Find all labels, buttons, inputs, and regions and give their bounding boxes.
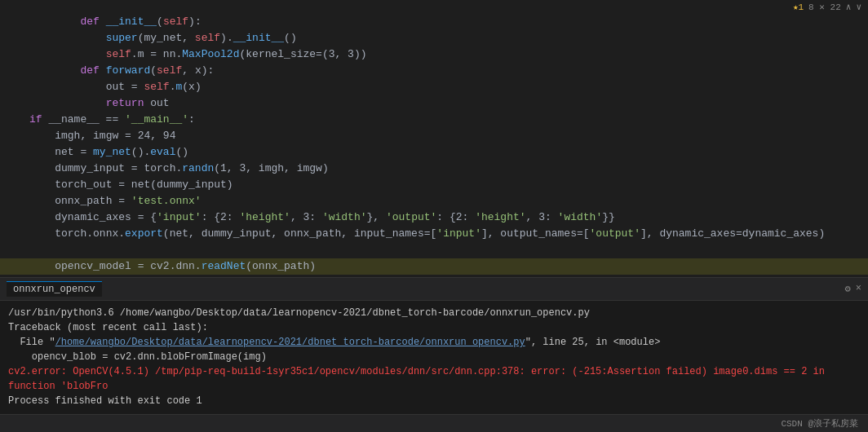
terminal-tab[interactable]: onnxrun_opencv bbox=[7, 281, 102, 297]
terminal-header: onnxrun_opencv ⚙ × bbox=[0, 278, 868, 301]
code-token: readNet bbox=[202, 260, 246, 272]
code-token: __init__ bbox=[233, 32, 284, 44]
code-token: (my_net, bbox=[138, 32, 195, 44]
code-content: dynamic_axes = {'input': {2: 'height', 3… bbox=[26, 209, 868, 226]
code-token: : {2: bbox=[436, 211, 475, 223]
code-token: return bbox=[106, 97, 151, 109]
code-token: 'height' bbox=[239, 211, 290, 223]
terminal-line: Traceback (most recent call last): bbox=[8, 320, 860, 335]
code-line: super(my_net, self).__init__() bbox=[0, 30, 868, 46]
code-token: ((1, 3, imgh+10, imgw)) bbox=[195, 276, 341, 277]
code-line: dummy_input = torch.randn(1, 3, imgh, im… bbox=[0, 161, 868, 177]
code-token: __init__ bbox=[106, 15, 157, 28]
code-token: torch.onnx. bbox=[55, 227, 125, 240]
code-token: .m = nn. bbox=[131, 48, 182, 60]
code-token: }} bbox=[602, 211, 615, 223]
code-line: img = np.random.random((1, 3, imgh+10, i… bbox=[0, 275, 868, 277]
code-content: torch.onnx.export(net, dummy_input, onnx… bbox=[26, 226, 868, 242]
code-token: self bbox=[157, 64, 182, 77]
terminal-line: File "/home/wangbo/Desktop/data/learnope… bbox=[8, 335, 860, 350]
code-token: imgh, imgw = 24, 94 bbox=[55, 130, 175, 142]
code-token: MaxPool2d bbox=[182, 48, 239, 60]
code-line: def forward(self, x): bbox=[0, 63, 868, 79]
code-token: ): bbox=[188, 15, 202, 28]
nav-down-icon[interactable]: ∨ bbox=[856, 2, 861, 12]
code-token: 'height' bbox=[475, 211, 525, 223]
code-container: def __init__(self): super(my_net, self).… bbox=[0, 14, 868, 277]
code-token: 'width' bbox=[322, 211, 367, 223]
code-token: out bbox=[150, 97, 169, 109]
code-line: return out bbox=[0, 95, 868, 112]
code-content: return out bbox=[26, 95, 868, 112]
code-line: torch_out = net(dummy_input) bbox=[0, 177, 868, 193]
editor-header: ★1 8 ✕ 22 ∧ ∨ bbox=[0, 0, 868, 14]
code-content: super(my_net, self).__init__() bbox=[26, 30, 868, 46]
code-token: ( bbox=[157, 15, 163, 28]
terminal-line: opencv_blob = cv2.dnn.blobFromImage(img) bbox=[8, 350, 860, 364]
code-token: ). bbox=[220, 32, 233, 44]
code-token: def bbox=[80, 15, 105, 28]
code-token: (kernel_size=(3, 3)) bbox=[239, 48, 366, 60]
code-token: (). bbox=[131, 146, 150, 158]
code-token: onnx_path = bbox=[55, 195, 131, 207]
code-token: ], output_names=[ bbox=[481, 227, 590, 240]
code-content: img = np.random.random((1, 3, imgh+10, i… bbox=[26, 275, 868, 277]
terminal-line: Process finished with exit code 1 bbox=[8, 394, 860, 408]
code-token: randn bbox=[182, 162, 214, 174]
code-token: eval bbox=[150, 146, 175, 158]
code-line: torch.onnx.export(net, dummy_input, onnx… bbox=[0, 226, 868, 242]
code-token: () bbox=[175, 146, 188, 158]
terminal-file-link[interactable]: /home/wangbo/Desktop/data/learnopencv-20… bbox=[55, 337, 525, 348]
code-token: , 3: bbox=[526, 211, 558, 223]
terminal-close-icon[interactable]: × bbox=[856, 283, 861, 295]
terminal-line: /usr/bin/python3.6 /home/wangbo/Desktop/… bbox=[8, 306, 860, 320]
code-token: (net, dummy_input, onnx_path, input_name… bbox=[163, 227, 436, 240]
code-token: export bbox=[125, 227, 163, 240]
code-line: net = my_net().eval() bbox=[0, 144, 868, 161]
watermark: CSDN @浪子私房菜 bbox=[781, 417, 858, 430]
code-content: if __name__ == '__main__': bbox=[26, 112, 868, 128]
code-token: 'test.onnx' bbox=[131, 195, 202, 207]
code-token: : {2: bbox=[202, 211, 240, 223]
code-token: torch_out = net(dummy_input) bbox=[55, 179, 232, 191]
code-token: (onnx_path) bbox=[246, 260, 316, 272]
editor-info: 8 ✕ 22 bbox=[808, 2, 841, 12]
code-content: opencv_model = cv2.dnn.readNet(onnx_path… bbox=[26, 258, 868, 275]
code-token: 'input' bbox=[157, 211, 202, 223]
code-token: opencv_model = cv2.dnn. bbox=[55, 260, 201, 272]
code-line: imgh, imgw = 24, 94 bbox=[0, 128, 868, 144]
code-token: if bbox=[29, 113, 48, 126]
terminal-content: /usr/bin/python3.6 /home/wangbo/Desktop/… bbox=[0, 301, 868, 414]
code-token: ], dynamic_axes=dynamic_axes) bbox=[640, 227, 825, 240]
code-line: out = self.m(x) bbox=[0, 79, 868, 95]
code-token: random bbox=[157, 276, 195, 277]
code-token: __name__ == bbox=[48, 113, 125, 126]
code-token: 'input' bbox=[436, 227, 481, 240]
code-token: () bbox=[284, 32, 297, 44]
terminal-icons: ⚙ × bbox=[845, 283, 861, 295]
code-token: my_net bbox=[93, 146, 131, 158]
code-token: forward bbox=[106, 64, 151, 77]
nav-up-icon[interactable]: ∧ bbox=[846, 2, 852, 12]
code-token: (x) bbox=[182, 81, 201, 93]
terminal-area: onnxrun_opencv ⚙ × /usr/bin/python3.6 /h… bbox=[0, 277, 868, 414]
code-token: }, bbox=[367, 211, 386, 223]
code-token: self bbox=[163, 15, 188, 28]
code-content: onnx_path = 'test.onnx' bbox=[26, 193, 868, 209]
code-token: , 3: bbox=[290, 211, 322, 223]
code-content: def __init__(self): bbox=[26, 14, 868, 30]
code-line: onnx_path = 'test.onnx' bbox=[0, 193, 868, 209]
code-token: , x): bbox=[182, 64, 214, 77]
code-line: opencv_model = cv2.dnn.readNet(onnx_path… bbox=[0, 258, 868, 275]
code-token: super bbox=[106, 32, 138, 44]
code-token: 'output' bbox=[386, 211, 436, 223]
code-content: out = self.m(x) bbox=[26, 79, 868, 95]
code-token: out = bbox=[106, 81, 144, 93]
code-line bbox=[0, 242, 868, 258]
code-token: : bbox=[188, 113, 195, 126]
code-token: img = np.random. bbox=[55, 276, 157, 277]
terminal-settings-icon[interactable]: ⚙ bbox=[845, 283, 851, 295]
code-line: def __init__(self): bbox=[0, 14, 868, 30]
code-content: net = my_net().eval() bbox=[26, 144, 868, 161]
code-token: (1, 3, imgh, imgw) bbox=[214, 162, 328, 174]
